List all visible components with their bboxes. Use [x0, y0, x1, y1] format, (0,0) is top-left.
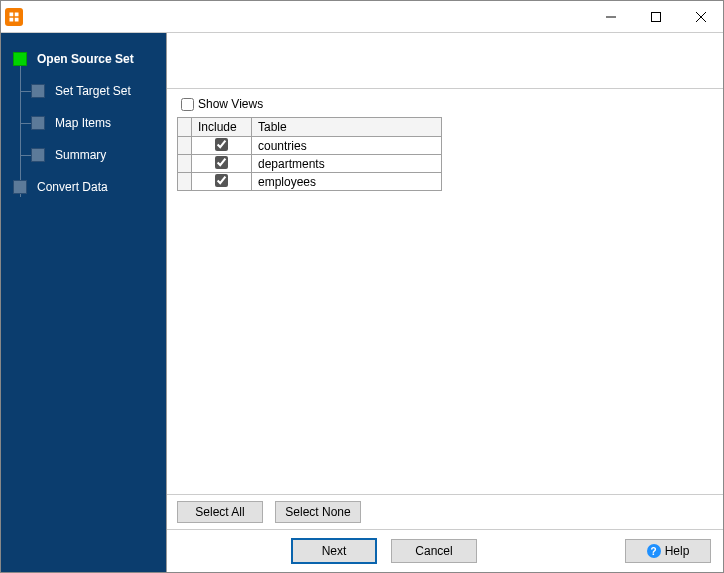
main-panel: Show Views Include Table countriesdepart… — [167, 89, 723, 494]
svg-rect-0 — [10, 12, 14, 16]
wizard-footer: Next Cancel ? Help — [167, 529, 723, 572]
tree-connector-h — [20, 123, 31, 124]
content-header — [167, 33, 723, 89]
include-checkbox[interactable] — [215, 156, 228, 169]
show-views-checkbox[interactable] — [181, 98, 194, 111]
include-cell[interactable] — [192, 155, 252, 173]
row-handle — [178, 137, 192, 155]
wizard-step[interactable]: Map Items — [1, 107, 166, 139]
title-bar — [1, 1, 723, 33]
title-bar-left — [1, 8, 29, 26]
step-list: Open Source SetSet Target SetMap ItemsSu… — [1, 43, 166, 203]
table-row[interactable]: employees — [178, 173, 442, 191]
include-checkbox[interactable] — [215, 138, 228, 151]
include-cell[interactable] — [192, 137, 252, 155]
svg-rect-2 — [10, 17, 14, 21]
table-name-cell[interactable]: departments — [252, 155, 442, 173]
tree-connector-h — [20, 155, 31, 156]
help-button[interactable]: ? Help — [625, 539, 711, 563]
include-cell[interactable] — [192, 173, 252, 191]
minimize-button[interactable] — [588, 1, 633, 33]
table-row[interactable]: departments — [178, 155, 442, 173]
step-label: Summary — [55, 148, 106, 162]
tree-connector — [20, 57, 21, 197]
table-name-cell[interactable]: countries — [252, 137, 442, 155]
step-label: Map Items — [55, 116, 111, 130]
svg-rect-1 — [15, 12, 19, 16]
select-all-button[interactable]: Select All — [177, 501, 263, 523]
step-status-box — [13, 180, 27, 194]
maximize-button[interactable] — [633, 1, 678, 33]
tree-connector-h — [20, 91, 31, 92]
wizard-sidebar: Open Source SetSet Target SetMap ItemsSu… — [1, 33, 166, 572]
wizard-step[interactable]: Set Target Set — [1, 75, 166, 107]
wizard-step[interactable]: Open Source Set — [1, 43, 166, 75]
cancel-button[interactable]: Cancel — [391, 539, 477, 563]
row-handle — [178, 173, 192, 191]
tables-grid: Include Table countriesdepartmentsemploy… — [177, 117, 442, 191]
step-label: Open Source Set — [37, 52, 134, 66]
show-views-label: Show Views — [198, 97, 263, 111]
selection-bar: Select All Select None — [167, 494, 723, 529]
wizard-step[interactable]: Convert Data — [1, 171, 166, 203]
svg-rect-3 — [15, 17, 19, 21]
show-views-toggle[interactable]: Show Views — [177, 97, 713, 111]
col-handle-header — [178, 118, 192, 137]
table-row[interactable]: countries — [178, 137, 442, 155]
step-status-box — [31, 116, 45, 130]
close-button[interactable] — [678, 1, 723, 33]
step-label: Convert Data — [37, 180, 108, 194]
step-label: Set Target Set — [55, 84, 131, 98]
content-area: Show Views Include Table countriesdepart… — [166, 33, 723, 572]
row-handle — [178, 155, 192, 173]
step-status-box — [31, 84, 45, 98]
step-status-box — [13, 52, 27, 66]
window-body: Open Source SetSet Target SetMap ItemsSu… — [1, 33, 723, 572]
step-status-box — [31, 148, 45, 162]
include-checkbox[interactable] — [215, 174, 228, 187]
window-controls — [588, 1, 723, 33]
table-name-cell[interactable]: employees — [252, 173, 442, 191]
app-icon — [5, 8, 23, 26]
help-icon: ? — [647, 544, 661, 558]
help-label: Help — [665, 544, 690, 558]
select-none-button[interactable]: Select None — [275, 501, 361, 523]
svg-rect-5 — [651, 12, 660, 21]
col-table-header[interactable]: Table — [252, 118, 442, 137]
col-include-header[interactable]: Include — [192, 118, 252, 137]
wizard-step[interactable]: Summary — [1, 139, 166, 171]
next-button[interactable]: Next — [291, 538, 377, 564]
